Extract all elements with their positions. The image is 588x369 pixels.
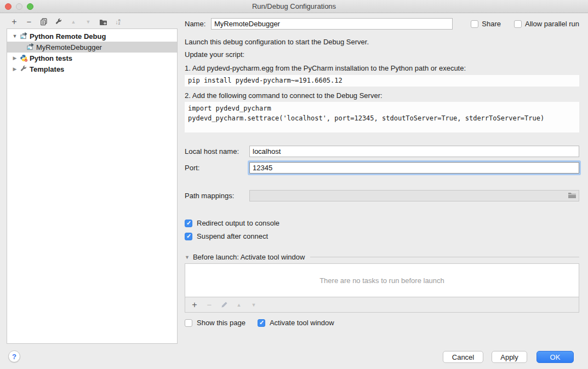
remote-debug-config-icon xyxy=(26,43,35,51)
activate-tool-window-checkbox-label: Activate tool window xyxy=(270,319,334,327)
folder-icon[interactable] xyxy=(568,192,576,200)
local-host-name-label: Local host name: xyxy=(185,147,249,155)
show-this-page-checkbox-box[interactable] xyxy=(185,319,192,327)
description-line-2: Update your script: xyxy=(185,50,579,59)
chevron-right-icon[interactable] xyxy=(12,66,18,72)
remote-debug-config-icon xyxy=(20,32,28,40)
chevron-down-icon[interactable] xyxy=(12,33,18,39)
tree-item-python-remote-debug[interactable]: Python Remote Debug xyxy=(7,31,177,42)
port-input[interactable] xyxy=(249,162,579,174)
pip-install-command: pip install pydevd-pycharm~=191.6605.12 xyxy=(185,75,579,87)
config-tree: Python Remote Debug MyRemoteDebugger Pyt… xyxy=(7,28,178,344)
step-1-text: 1. Add pydevd-pycharm.egg from the PyCha… xyxy=(185,64,579,73)
local-host-name-input[interactable] xyxy=(249,146,579,157)
chevron-right-icon[interactable] xyxy=(12,55,18,61)
add-task-icon[interactable] xyxy=(190,301,199,309)
port-label: Port: xyxy=(185,164,249,172)
share-checkbox[interactable]: Share xyxy=(471,20,501,28)
redirect-output-checkbox-label: Redirect output to console xyxy=(197,219,279,227)
window-title: Run/Debug Configurations xyxy=(0,2,588,10)
allow-parallel-run-checkbox-label: Allow parallel run xyxy=(525,20,579,28)
suspend-after-connect-checkbox-box[interactable] xyxy=(185,233,192,240)
step-2-text: 2. Add the following command to connect … xyxy=(185,91,579,100)
share-checkbox-box[interactable] xyxy=(471,20,478,28)
path-mappings-field[interactable] xyxy=(249,190,579,201)
name-input[interactable] xyxy=(211,18,453,30)
code-line-2: pydevd_pycharm.settrace('localhost', por… xyxy=(188,113,576,123)
titlebar: Run/Debug Configurations xyxy=(0,0,588,13)
tree-item-templates[interactable]: Templates xyxy=(7,64,177,74)
move-up-icon[interactable] xyxy=(69,18,78,26)
config-tree-toolbar: ↓az xyxy=(8,16,122,28)
before-launch-tasks-list[interactable]: There are no tasks to run before launch xyxy=(185,263,579,297)
tree-item-myremotedebugger[interactable]: MyRemoteDebugger xyxy=(7,42,177,53)
tree-item-label: Templates xyxy=(30,65,64,73)
before-launch-divider xyxy=(310,257,579,257)
apply-button[interactable]: Apply xyxy=(492,351,527,363)
templates-wrench-icon xyxy=(20,65,28,73)
tree-item-python-tests[interactable]: Python tests xyxy=(7,53,177,64)
tree-item-label: Python Remote Debug xyxy=(30,32,106,41)
name-label: Name: xyxy=(185,20,211,28)
tree-item-label: MyRemoteDebugger xyxy=(36,43,102,51)
remove-task-icon[interactable] xyxy=(205,301,214,309)
new-folder-icon[interactable] xyxy=(99,18,107,26)
help-button[interactable]: ? xyxy=(8,350,20,362)
redirect-output-checkbox-box[interactable] xyxy=(185,220,192,227)
path-mappings-label: Path mappings: xyxy=(185,192,249,200)
move-task-up-icon[interactable] xyxy=(235,301,243,309)
move-down-icon[interactable] xyxy=(84,18,93,26)
python-tests-icon xyxy=(20,54,28,62)
before-launch-title: Before launch: Activate tool window xyxy=(193,253,305,261)
copy-configuration-icon[interactable] xyxy=(39,18,48,26)
suspend-after-connect-checkbox[interactable]: Suspend after connect xyxy=(185,232,579,240)
suspend-after-connect-checkbox-label: Suspend after connect xyxy=(197,232,268,240)
allow-parallel-run-checkbox[interactable]: Allow parallel run xyxy=(514,20,579,28)
run-debug-configurations-dialog: Run/Debug Configurations ↓az Python Remo… xyxy=(0,0,588,369)
redirect-output-checkbox[interactable]: Redirect output to console xyxy=(185,219,579,227)
remove-configuration-icon[interactable] xyxy=(25,18,33,26)
ok-button[interactable]: OK xyxy=(536,351,574,363)
allow-parallel-run-checkbox-box[interactable] xyxy=(514,20,522,28)
move-task-down-icon[interactable] xyxy=(249,301,258,309)
settrace-code-block: import pydevd_pycharm pydevd_pycharm.set… xyxy=(185,102,579,132)
description-line-1: Launch this debug configuration to start… xyxy=(185,37,579,47)
no-tasks-text: There are no tasks to run before launch xyxy=(319,276,444,285)
code-line-1: import pydevd_pycharm xyxy=(188,103,576,113)
edit-defaults-wrench-icon[interactable] xyxy=(54,18,63,26)
add-configuration-icon[interactable] xyxy=(10,18,19,26)
edit-task-pencil-icon[interactable] xyxy=(220,301,229,309)
activate-tool-window-checkbox-box[interactable] xyxy=(258,319,265,327)
sort-alphabetically-icon[interactable]: ↓az xyxy=(113,18,122,26)
tree-item-label: Python tests xyxy=(30,54,72,62)
tasks-toolbar xyxy=(185,297,579,313)
show-this-page-checkbox-label: Show this page xyxy=(197,319,246,327)
cancel-button[interactable]: Cancel xyxy=(443,351,483,363)
configuration-form: Name: Share Allow parallel run Launch th… xyxy=(185,13,579,327)
share-checkbox-label: Share xyxy=(482,20,501,28)
before-launch-collapse-icon[interactable] xyxy=(185,255,190,260)
